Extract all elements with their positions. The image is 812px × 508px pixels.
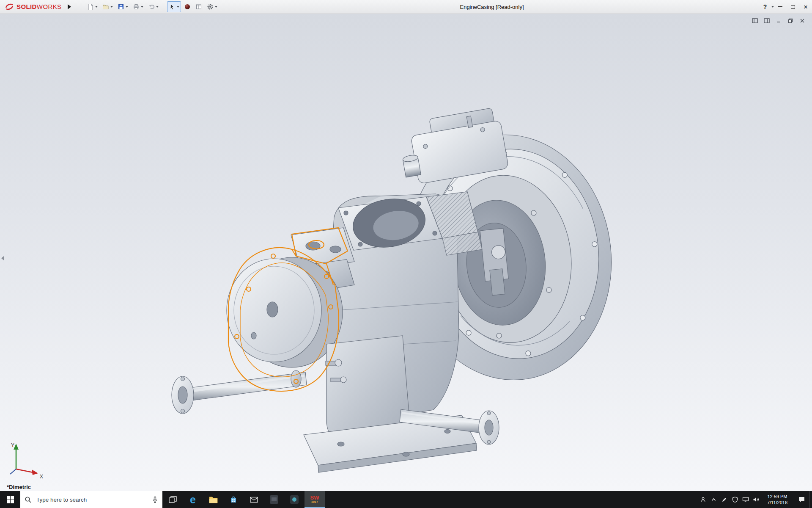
notification-bubble-icon [798,496,805,503]
taskbar: e [0,491,812,508]
doc-minimize-button[interactable] [774,17,783,24]
appearance-button[interactable] [182,1,192,12]
document-window-controls [750,17,807,24]
dropdown-arrow [141,6,143,8]
open-folder-icon [102,3,109,10]
taskbar-search[interactable] [20,491,162,508]
doc-close-button[interactable] [798,17,807,24]
graphics-viewport[interactable]: Y X *Dimetric [0,14,812,491]
action-center-button[interactable] [793,491,809,508]
featuremanager-flyout-arrow[interactable] [0,251,5,265]
store-icon [230,496,237,503]
chevron-left-icon [1,256,4,260]
show-desktop-button[interactable] [809,491,812,508]
window-title: EngineCasing [Read-only] [460,4,524,10]
microphone-icon[interactable] [152,496,158,503]
options-button[interactable] [205,1,219,12]
dropdown-arrow [156,6,159,8]
task-view-icon [169,496,177,503]
people-icon[interactable] [698,491,708,508]
brand-text-light: WORKS [37,3,62,10]
dropdown-arrow [126,6,128,8]
minimize-button[interactable] [774,0,787,14]
taskbar-clock[interactable]: 12:59 PM 7/11/2018 [763,494,792,505]
dropdown-arrow [215,6,217,8]
solidworks-logo: SOLIDWORKS [0,3,65,11]
help-button[interactable]: ? [760,0,770,14]
defender-shield-icon[interactable] [730,491,740,508]
print-icon [133,3,140,10]
solidworks-logo-icon [4,3,14,11]
clock-date: 7/11/2018 [763,500,792,505]
main-toolbar [85,1,219,12]
taskbar-app-store[interactable] [223,491,244,508]
print-button[interactable] [131,1,145,12]
system-tray: 12:59 PM 7/11/2018 [698,491,812,508]
pane-right-icon [764,18,770,23]
pinned-app-1-icon [269,495,279,504]
model-geometry [172,107,623,472]
gear-icon [207,3,214,10]
network-icon[interactable] [740,491,751,508]
hidden-icons-chevron[interactable] [708,491,719,508]
menu-expand-arrow[interactable] [68,4,71,9]
close-icon: × [804,3,808,11]
titlebar: SOLIDWORKS [0,0,812,14]
dropdown-arrow [110,6,113,8]
brand-text-bold: SOLID [16,3,37,10]
sheet-grid-icon [195,3,202,10]
save-floppy-icon [118,3,124,10]
dropdown-arrow [95,6,98,8]
select-cursor-icon [169,3,176,10]
engine-casing-model[interactable] [0,14,812,491]
pen-icon[interactable] [719,491,730,508]
view-orientation-label: *Dimetric [7,484,31,490]
undo-icon [148,3,155,10]
solidworks-taskbar-icon: SW [310,495,319,500]
undo-button[interactable] [146,1,160,12]
search-icon [25,496,32,503]
task-view-button[interactable] [162,491,183,508]
save-button[interactable] [116,1,130,12]
taskbar-app-solidworks[interactable]: SW 2017 [304,491,325,508]
doc-minimize-icon [776,18,781,23]
taskbar-app-file-explorer[interactable] [203,491,223,508]
maximize-icon [791,5,795,9]
sheet-button[interactable] [194,1,204,12]
start-button[interactable] [0,491,20,508]
appearance-sphere-icon [184,3,191,10]
solidworks-window: SOLIDWORKS [0,0,812,508]
volume-icon[interactable] [751,491,761,508]
minimize-icon [778,6,782,7]
mail-icon [250,497,258,503]
clock-time: 12:59 PM [763,494,792,500]
taskbar-app-edge[interactable]: e [183,491,203,508]
orientation-triad[interactable]: Y X [5,439,46,479]
doc-close-icon [800,18,805,23]
new-document-icon [87,3,94,10]
triad-x-label: X [40,474,43,479]
open-button[interactable] [101,1,115,12]
windows-logo-icon [7,496,14,503]
window-controls: ? × [760,0,812,14]
pane-left-icon [752,18,758,23]
file-explorer-icon [209,496,218,503]
edge-icon: e [190,494,196,505]
doc-restore-icon [788,18,793,23]
taskbar-pinned-app-2[interactable] [284,491,304,508]
doc-pane-right-button[interactable] [762,17,771,24]
pinned-app-2-icon [290,495,299,504]
taskbar-pinned-app-1[interactable] [264,491,284,508]
taskbar-app-mail[interactable] [244,491,264,508]
dropdown-arrow [177,6,179,8]
close-button[interactable]: × [799,0,812,14]
triad-y-label: Y [11,442,14,448]
doc-pane-left-button[interactable] [750,17,760,24]
solidworks-year-badge: 2017 [311,500,318,504]
search-input[interactable] [36,496,148,503]
select-tool-button[interactable] [167,1,181,12]
doc-restore-button[interactable] [786,17,795,24]
new-document-button[interactable] [85,1,99,12]
maximize-button[interactable] [787,0,799,14]
